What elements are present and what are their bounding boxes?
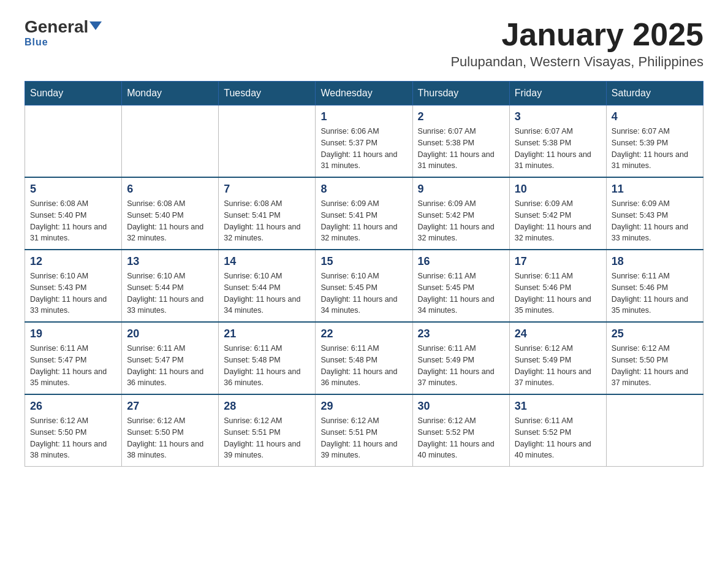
- calendar-header-row: Sunday Monday Tuesday Wednesday Thursday…: [25, 82, 703, 105]
- day-info: Sunrise: 6:07 AMSunset: 5:39 PMDaylight:…: [612, 126, 698, 172]
- calendar-week-row: 19Sunrise: 6:11 AMSunset: 5:47 PMDayligh…: [25, 322, 703, 394]
- day-info: Sunrise: 6:07 AMSunset: 5:38 PMDaylight:…: [515, 126, 601, 172]
- day-number: 16: [418, 255, 504, 268]
- logo-blue: Blue: [25, 37, 48, 48]
- table-row: 2Sunrise: 6:07 AMSunset: 5:38 PMDaylight…: [412, 105, 509, 178]
- col-wednesday: Wednesday: [316, 82, 412, 105]
- table-row: [122, 105, 219, 178]
- calendar-week-row: 5Sunrise: 6:08 AMSunset: 5:40 PMDaylight…: [25, 177, 703, 250]
- table-row: 11Sunrise: 6:09 AMSunset: 5:43 PMDayligh…: [606, 177, 703, 250]
- day-number: 25: [612, 327, 698, 340]
- page-header: General Blue January 2025 Pulupandan, We…: [25, 18, 703, 70]
- day-info: Sunrise: 6:12 AMSunset: 5:50 PMDaylight:…: [30, 415, 116, 461]
- table-row: 19Sunrise: 6:11 AMSunset: 5:47 PMDayligh…: [25, 322, 122, 394]
- table-row: 21Sunrise: 6:11 AMSunset: 5:48 PMDayligh…: [219, 322, 316, 394]
- day-number: 3: [515, 110, 601, 123]
- day-info: Sunrise: 6:12 AMSunset: 5:49 PMDaylight:…: [515, 343, 601, 389]
- day-number: 15: [320, 255, 407, 268]
- logo-text: General: [25, 18, 102, 36]
- col-monday: Monday: [122, 82, 219, 105]
- calendar-week-row: 1Sunrise: 6:06 AMSunset: 5:37 PMDaylight…: [25, 105, 703, 178]
- table-row: 20Sunrise: 6:11 AMSunset: 5:47 PMDayligh…: [122, 322, 219, 394]
- day-number: 14: [224, 255, 310, 268]
- table-row: 12Sunrise: 6:10 AMSunset: 5:43 PMDayligh…: [25, 250, 122, 322]
- table-row: 15Sunrise: 6:10 AMSunset: 5:45 PMDayligh…: [316, 250, 412, 322]
- day-number: 2: [418, 110, 504, 123]
- day-number: 27: [127, 400, 213, 413]
- day-number: 13: [127, 255, 213, 268]
- day-info: Sunrise: 6:09 AMSunset: 5:43 PMDaylight:…: [612, 198, 698, 244]
- table-row: 22Sunrise: 6:11 AMSunset: 5:48 PMDayligh…: [316, 322, 412, 394]
- day-info: Sunrise: 6:12 AMSunset: 5:51 PMDaylight:…: [224, 415, 310, 461]
- table-row: 16Sunrise: 6:11 AMSunset: 5:45 PMDayligh…: [412, 250, 509, 322]
- day-info: Sunrise: 6:08 AMSunset: 5:41 PMDaylight:…: [224, 198, 310, 244]
- day-info: Sunrise: 6:11 AMSunset: 5:52 PMDaylight:…: [515, 415, 601, 461]
- table-row: 26Sunrise: 6:12 AMSunset: 5:50 PMDayligh…: [25, 394, 122, 467]
- col-friday: Friday: [509, 82, 606, 105]
- day-number: 8: [320, 183, 407, 196]
- day-info: Sunrise: 6:11 AMSunset: 5:48 PMDaylight:…: [224, 343, 310, 389]
- table-row: 17Sunrise: 6:11 AMSunset: 5:46 PMDayligh…: [509, 250, 606, 322]
- table-row: 31Sunrise: 6:11 AMSunset: 5:52 PMDayligh…: [509, 394, 606, 467]
- table-row: 5Sunrise: 6:08 AMSunset: 5:40 PMDaylight…: [25, 177, 122, 250]
- table-row: 10Sunrise: 6:09 AMSunset: 5:42 PMDayligh…: [509, 177, 606, 250]
- day-number: 31: [515, 400, 601, 413]
- day-number: 23: [418, 327, 504, 340]
- day-info: Sunrise: 6:11 AMSunset: 5:48 PMDaylight:…: [320, 343, 407, 389]
- table-row: 30Sunrise: 6:12 AMSunset: 5:52 PMDayligh…: [412, 394, 509, 467]
- day-number: 17: [515, 255, 601, 268]
- table-row: 9Sunrise: 6:09 AMSunset: 5:42 PMDaylight…: [412, 177, 509, 250]
- day-number: 10: [515, 183, 601, 196]
- day-info: Sunrise: 6:09 AMSunset: 5:41 PMDaylight:…: [320, 198, 407, 244]
- day-info: Sunrise: 6:10 AMSunset: 5:45 PMDaylight:…: [320, 270, 407, 316]
- table-row: 24Sunrise: 6:12 AMSunset: 5:49 PMDayligh…: [509, 322, 606, 394]
- day-info: Sunrise: 6:12 AMSunset: 5:51 PMDaylight:…: [320, 415, 407, 461]
- table-row: 29Sunrise: 6:12 AMSunset: 5:51 PMDayligh…: [316, 394, 412, 467]
- table-row: 14Sunrise: 6:10 AMSunset: 5:44 PMDayligh…: [219, 250, 316, 322]
- day-info: Sunrise: 6:09 AMSunset: 5:42 PMDaylight:…: [515, 198, 601, 244]
- day-info: Sunrise: 6:07 AMSunset: 5:38 PMDaylight:…: [418, 126, 504, 172]
- calendar-week-row: 26Sunrise: 6:12 AMSunset: 5:50 PMDayligh…: [25, 394, 703, 467]
- day-number: 26: [30, 400, 116, 413]
- day-info: Sunrise: 6:11 AMSunset: 5:47 PMDaylight:…: [127, 343, 213, 389]
- day-number: 24: [515, 327, 601, 340]
- day-number: 6: [127, 183, 213, 196]
- logo-triangle-icon: [89, 21, 102, 30]
- col-thursday: Thursday: [412, 82, 509, 105]
- day-number: 7: [224, 183, 310, 196]
- day-number: 12: [30, 255, 116, 268]
- day-number: 20: [127, 327, 213, 340]
- table-row: 25Sunrise: 6:12 AMSunset: 5:50 PMDayligh…: [606, 322, 703, 394]
- table-row: [606, 394, 703, 467]
- day-number: 9: [418, 183, 504, 196]
- table-row: 13Sunrise: 6:10 AMSunset: 5:44 PMDayligh…: [122, 250, 219, 322]
- col-saturday: Saturday: [606, 82, 703, 105]
- table-row: 1Sunrise: 6:06 AMSunset: 5:37 PMDaylight…: [316, 105, 412, 178]
- day-number: 1: [320, 110, 407, 123]
- day-number: 19: [30, 327, 116, 340]
- table-row: 23Sunrise: 6:11 AMSunset: 5:49 PMDayligh…: [412, 322, 509, 394]
- day-info: Sunrise: 6:12 AMSunset: 5:52 PMDaylight:…: [418, 415, 504, 461]
- day-info: Sunrise: 6:11 AMSunset: 5:46 PMDaylight:…: [612, 270, 698, 316]
- table-row: 3Sunrise: 6:07 AMSunset: 5:38 PMDaylight…: [509, 105, 606, 178]
- col-tuesday: Tuesday: [219, 82, 316, 105]
- table-row: 4Sunrise: 6:07 AMSunset: 5:39 PMDaylight…: [606, 105, 703, 178]
- day-number: 30: [418, 400, 504, 413]
- day-info: Sunrise: 6:08 AMSunset: 5:40 PMDaylight:…: [127, 198, 213, 244]
- day-info: Sunrise: 6:11 AMSunset: 5:47 PMDaylight:…: [30, 343, 116, 389]
- day-info: Sunrise: 6:11 AMSunset: 5:49 PMDaylight:…: [418, 343, 504, 389]
- day-info: Sunrise: 6:10 AMSunset: 5:44 PMDaylight:…: [224, 270, 310, 316]
- table-row: 27Sunrise: 6:12 AMSunset: 5:50 PMDayligh…: [122, 394, 219, 467]
- day-number: 22: [320, 327, 407, 340]
- col-sunday: Sunday: [25, 82, 122, 105]
- day-info: Sunrise: 6:12 AMSunset: 5:50 PMDaylight:…: [612, 343, 698, 389]
- table-row: 6Sunrise: 6:08 AMSunset: 5:40 PMDaylight…: [122, 177, 219, 250]
- day-number: 4: [612, 110, 698, 123]
- calendar-table: Sunday Monday Tuesday Wednesday Thursday…: [25, 81, 703, 467]
- day-number: 29: [320, 400, 407, 413]
- logo: General Blue: [25, 18, 102, 48]
- calendar-week-row: 12Sunrise: 6:10 AMSunset: 5:43 PMDayligh…: [25, 250, 703, 322]
- day-number: 21: [224, 327, 310, 340]
- day-info: Sunrise: 6:08 AMSunset: 5:40 PMDaylight:…: [30, 198, 116, 244]
- table-row: 7Sunrise: 6:08 AMSunset: 5:41 PMDaylight…: [219, 177, 316, 250]
